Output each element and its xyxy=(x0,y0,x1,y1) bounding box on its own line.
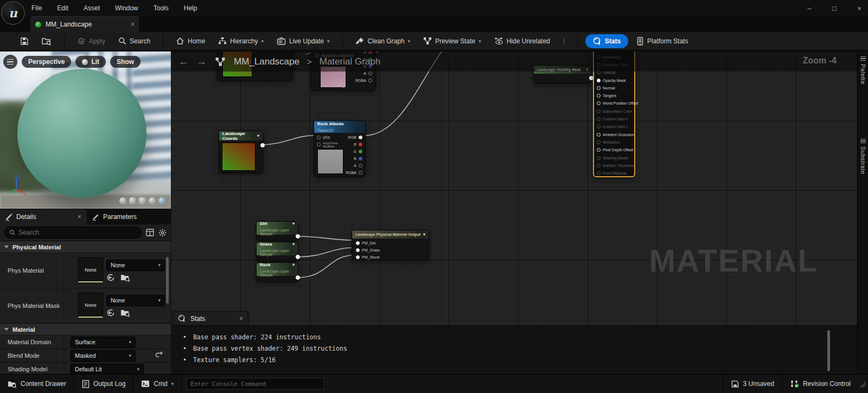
live-update-button[interactable]: Live Update▾ xyxy=(272,34,335,48)
node-header[interactable]: Rock AlbedoParam2D xyxy=(314,121,365,133)
viewport-menu-icon[interactable] xyxy=(3,55,17,69)
input-pin-pm-grass[interactable] xyxy=(356,248,360,252)
stats-panel-tab[interactable]: Stats × xyxy=(173,311,248,325)
pin-circle[interactable] xyxy=(597,148,601,152)
menu-file[interactable]: File xyxy=(31,4,42,12)
cube-mesh-icon[interactable] xyxy=(139,197,146,204)
tab-close-icon[interactable]: × xyxy=(131,21,135,28)
pin-circle[interactable] xyxy=(597,164,601,167)
resize-grip[interactable] xyxy=(858,380,866,388)
console-command-box[interactable] xyxy=(186,378,324,390)
node-landscape-coords[interactable]: Landscape Coords▾ xyxy=(219,131,263,173)
browse-asset-icon[interactable] xyxy=(120,273,130,282)
tab-parameters[interactable]: Parameters xyxy=(87,209,142,224)
use-selected-asset-icon[interactable] xyxy=(106,273,115,282)
home-button[interactable]: Home xyxy=(171,34,210,48)
output-pin-rgba[interactable] xyxy=(368,79,372,82)
pin-circle[interactable] xyxy=(597,101,601,105)
collapse-chevron-icon[interactable]: ▾ xyxy=(423,232,425,237)
collapse-chevron-icon[interactable]: ▾ xyxy=(257,133,259,138)
back-arrow-icon[interactable]: ← xyxy=(178,56,189,68)
node-pm-output[interactable]: Landscape Physical Material Output▾ PM_D… xyxy=(352,230,429,260)
lit-mode-button[interactable]: Lit xyxy=(75,56,106,68)
node-layer-grass[interactable]: Grass▾Landscape Layer Sample xyxy=(256,242,298,261)
show-button[interactable]: Show xyxy=(110,56,141,68)
output-pin-b[interactable] xyxy=(359,157,362,160)
output-pin[interactable] xyxy=(296,275,300,280)
sphere-mesh-icon[interactable] xyxy=(119,197,126,204)
save-button[interactable] xyxy=(15,34,34,48)
collapse-chevron-icon[interactable]: ▾ xyxy=(292,221,295,226)
preview-state-button[interactable]: Preview State▾ xyxy=(418,34,486,48)
input-pin-mipbias[interactable] xyxy=(317,143,321,146)
material-preview-sphere[interactable] xyxy=(17,69,146,198)
unsaved-assets-button[interactable]: * 3 Unsaved xyxy=(723,375,782,393)
output-pin[interactable] xyxy=(296,255,300,259)
input-pin-pm-stone[interactable] xyxy=(356,255,360,259)
tab-palette[interactable]: Palette xyxy=(858,56,868,85)
collapse-chevron-icon[interactable]: ▾ xyxy=(342,85,344,89)
output-pin-a[interactable] xyxy=(359,164,362,167)
node-layer-rock[interactable]: Rock▾Landscape Layer Sample xyxy=(256,262,298,282)
details-search-input[interactable] xyxy=(18,229,137,236)
gear-icon[interactable] xyxy=(158,229,167,237)
node-rock-albedo[interactable]: Rock AlbedoParam2D UVs ApplyView MipBias… xyxy=(314,120,366,177)
pin-circle[interactable] xyxy=(597,86,601,90)
revision-control-button[interactable]: Revision Control xyxy=(782,375,858,393)
apply-button[interactable]: Apply xyxy=(72,34,110,48)
material-domain-dropdown[interactable]: Surface▾ xyxy=(71,337,136,348)
hierarchy-button[interactable]: Hierarchy▾ xyxy=(213,34,269,48)
output-log-button[interactable]: Output Log xyxy=(74,375,133,393)
node-header[interactable]: Landscape Physical Material Output▾ xyxy=(352,230,429,239)
node-header[interactable]: Dirt▾Landscape Layer Sample xyxy=(257,222,298,235)
use-selected-asset-icon[interactable] xyxy=(106,308,115,317)
menu-asset[interactable]: Asset xyxy=(84,4,100,12)
cylinder-mesh-icon[interactable] xyxy=(129,197,136,204)
output-pin-rgb[interactable] xyxy=(359,136,362,139)
plane-mesh-icon[interactable] xyxy=(149,197,156,204)
stats-scrollbar[interactable] xyxy=(827,330,830,371)
minimize-icon[interactable]: – xyxy=(805,4,814,12)
section-physical-material[interactable]: Physical Material xyxy=(0,241,171,253)
node-header[interactable]: Landscape Coords▾ xyxy=(219,131,263,140)
section-material[interactable]: Material xyxy=(0,323,171,335)
menu-window[interactable]: Window xyxy=(115,4,138,12)
details-tab-close-icon[interactable]: × xyxy=(78,213,81,221)
maximize-icon[interactable]: □ xyxy=(830,4,839,12)
input-pin-pm-dirt[interactable] xyxy=(356,241,360,245)
custom-mesh-icon[interactable] xyxy=(158,197,165,204)
output-pin[interactable] xyxy=(296,234,300,239)
pin-circle[interactable] xyxy=(597,94,601,98)
pin-circle[interactable] xyxy=(597,140,601,144)
reset-to-default-icon[interactable] xyxy=(155,351,163,359)
node-header[interactable]: Rock▾Landscape Layer Sample xyxy=(257,263,298,276)
phys-material-dropdown[interactable]: None▾ xyxy=(106,260,165,271)
stats-button[interactable]: Stats xyxy=(585,34,628,48)
output-pin-r[interactable] xyxy=(359,143,362,146)
phys-material-thumbnail[interactable]: None xyxy=(78,257,103,282)
output-pin[interactable] xyxy=(260,143,265,147)
tab-mm-landscape[interactable]: MM_Landscape × xyxy=(30,16,139,32)
output-pin-rgba[interactable] xyxy=(359,171,362,175)
phys-material-mask-thumbnail[interactable]: None xyxy=(78,293,103,318)
output-pin-g[interactable] xyxy=(359,150,362,153)
node-header[interactable]: Grass▾Landscape Layer Sample xyxy=(257,242,298,255)
details-search-box[interactable] xyxy=(4,227,142,239)
console-command-input[interactable] xyxy=(190,381,320,388)
collapse-chevron-icon[interactable]: ▾ xyxy=(292,242,295,247)
pin-circle[interactable] xyxy=(597,117,601,121)
blend-mode-dropdown[interactable]: Masked▾ xyxy=(71,350,136,362)
perspective-button[interactable]: Perspective xyxy=(22,56,71,68)
breadcrumb-current[interactable]: Material Graph xyxy=(320,56,380,67)
menu-tools[interactable]: Tools xyxy=(154,4,169,12)
shading-model-dropdown[interactable]: Default Lit▾ xyxy=(71,364,144,375)
platform-stats-button[interactable]: Platform Stats xyxy=(631,34,693,48)
pin-circle[interactable] xyxy=(597,156,601,160)
hide-unrelated-button[interactable]: Hide Unrelated xyxy=(489,34,555,48)
breadcrumb-root[interactable]: MM_Landscape xyxy=(234,56,299,67)
tab-details[interactable]: Details × xyxy=(0,209,87,224)
browse-to-asset-button[interactable] xyxy=(37,34,56,48)
material-graph-canvas[interactable]: MATERIAL ApplyView MipBias R G xyxy=(171,51,857,374)
collapse-chevron-icon[interactable]: ▾ xyxy=(292,262,295,267)
browse-asset-icon[interactable] xyxy=(120,308,130,317)
